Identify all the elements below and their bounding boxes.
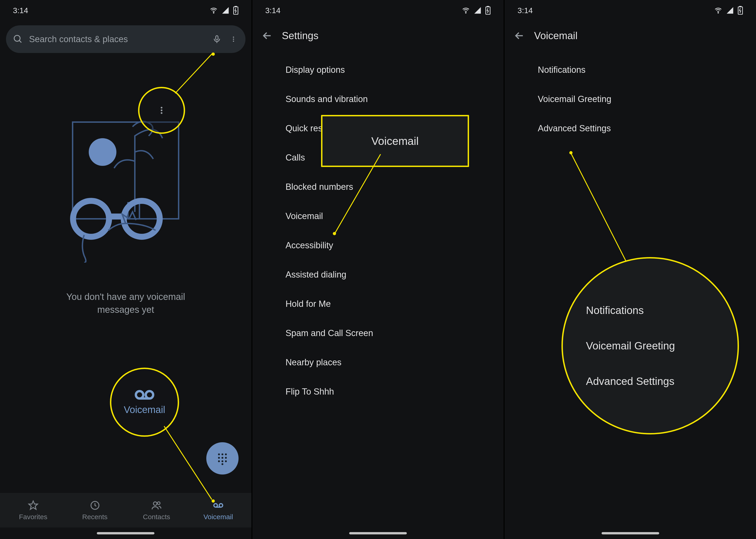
voicemail-title: Voicemail: [534, 30, 577, 41]
svg-point-0: [213, 12, 214, 13]
settings-item-quick-responses[interactable]: Quick responses: [252, 114, 504, 143]
svg-point-18: [225, 454, 227, 455]
settings-title: Settings: [282, 30, 318, 41]
nav-label: Contacts: [143, 513, 170, 521]
clock-icon: [89, 500, 101, 511]
dialpad-fab[interactable]: [206, 442, 239, 475]
settings-item-display-options[interactable]: Display options: [252, 55, 504, 85]
svg-rect-41: [487, 6, 489, 7]
settings-list: Display options Sounds and vibration Qui…: [252, 51, 504, 527]
svg-marker-26: [29, 501, 38, 509]
voicemail-icon: [212, 500, 224, 511]
search-bar[interactable]: Search contacts & places: [6, 25, 245, 53]
star-icon: [28, 500, 39, 511]
wifi-icon: [462, 6, 470, 15]
search-icon: [12, 34, 24, 45]
settings-item-hold-for-me[interactable]: Hold for Me: [252, 289, 504, 319]
empty-state: You don't have any voicemail messages ye…: [0, 55, 251, 493]
svg-point-19: [218, 457, 220, 459]
gesture-bar: [505, 527, 756, 539]
screen-settings: 3:14 Settings Display options Sounds and…: [252, 0, 505, 539]
svg-point-22: [218, 460, 220, 462]
nav-favorites[interactable]: Favorites: [2, 500, 64, 521]
svg-point-9: [233, 40, 234, 42]
svg-rect-45: [739, 6, 741, 7]
settings-item-advanced-settings[interactable]: Advanced Settings: [505, 114, 756, 143]
svg-point-25: [221, 463, 223, 465]
settings-item-spam-call-screen[interactable]: Spam and Call Screen: [252, 319, 504, 348]
gesture-bar: [0, 527, 251, 539]
svg-point-8: [233, 39, 234, 40]
status-time: 3:14: [13, 6, 28, 15]
settings-item-assisted-dialing[interactable]: Assisted dialing: [252, 260, 504, 289]
svg-rect-10: [73, 122, 179, 219]
gesture-bar: [252, 527, 504, 539]
status-bar: 3:14: [0, 0, 251, 21]
settings-header: Settings: [252, 21, 504, 51]
settings-item-voicemail[interactable]: Voicemail: [252, 201, 504, 231]
empty-illustration: [63, 115, 188, 263]
settings-item-notifications[interactable]: Notifications: [505, 55, 756, 85]
svg-point-3: [14, 36, 20, 41]
voicemail-settings-list: Notifications Voicemail Greeting Advance…: [505, 51, 756, 527]
svg-rect-5: [216, 36, 218, 40]
back-arrow-icon[interactable]: [514, 30, 525, 41]
svg-point-28: [153, 502, 157, 505]
nav-voicemail[interactable]: Voicemail: [187, 500, 249, 521]
status-bar: 3:14: [252, 0, 504, 21]
dialpad-icon: [215, 451, 229, 465]
status-time: 3:14: [517, 6, 533, 15]
svg-point-39: [465, 12, 466, 13]
voicemail-header: Voicemail: [505, 21, 756, 51]
mic-icon[interactable]: [211, 34, 222, 45]
people-icon: [151, 500, 162, 511]
svg-point-16: [218, 454, 220, 455]
wifi-icon: [210, 6, 218, 15]
settings-item-nearby-places[interactable]: Nearby places: [252, 348, 504, 377]
status-time: 3:14: [265, 6, 281, 15]
battery-icon: [233, 6, 239, 15]
search-input[interactable]: Search contacts & places: [29, 34, 206, 44]
nav-label: Recents: [82, 513, 108, 521]
bottom-nav: Favorites Recents Contacts Voicemail: [0, 493, 251, 527]
battery-icon: [485, 6, 491, 15]
settings-item-blocked-numbers[interactable]: Blocked numbers: [252, 172, 504, 201]
nav-label: Voicemail: [204, 513, 233, 521]
svg-point-23: [221, 460, 223, 462]
svg-point-21: [225, 457, 227, 459]
svg-point-7: [233, 37, 234, 38]
nav-label: Favorites: [19, 513, 47, 521]
status-bar: 3:14: [505, 0, 756, 21]
svg-point-24: [225, 460, 227, 462]
screen-voicemail-settings: 3:14 Voicemail Notifications Voicemail G…: [505, 0, 756, 539]
svg-line-4: [19, 40, 22, 42]
signal-icon: [474, 6, 481, 14]
svg-rect-2: [235, 6, 237, 7]
settings-item-voicemail-greeting[interactable]: Voicemail Greeting: [505, 85, 756, 114]
screen-voicemail-tab: 3:14 Search contacts & places: [0, 0, 252, 539]
overflow-menu-icon[interactable]: [228, 34, 239, 45]
nav-contacts[interactable]: Contacts: [126, 500, 187, 521]
settings-item-calls[interactable]: Calls: [252, 143, 504, 172]
svg-point-29: [157, 502, 160, 505]
settings-item-flip-to-shhh[interactable]: Flip To Shhh: [252, 377, 504, 406]
nav-recents[interactable]: Recents: [64, 500, 126, 521]
svg-point-43: [718, 12, 719, 13]
svg-point-20: [221, 457, 223, 459]
svg-point-17: [221, 454, 223, 455]
wifi-icon: [714, 6, 722, 15]
settings-item-sounds-vibration[interactable]: Sounds and vibration: [252, 85, 504, 114]
svg-point-11: [89, 138, 117, 166]
settings-item-accessibility[interactable]: Accessibility: [252, 231, 504, 260]
empty-message: You don't have any voicemail messages ye…: [63, 290, 188, 316]
signal-icon: [726, 6, 734, 14]
back-arrow-icon[interactable]: [262, 30, 273, 41]
battery-icon: [737, 6, 743, 15]
signal-icon: [221, 6, 229, 14]
